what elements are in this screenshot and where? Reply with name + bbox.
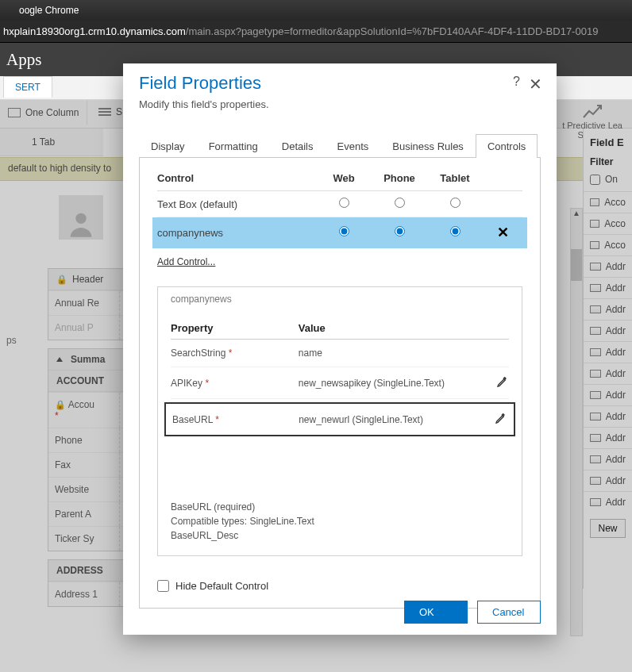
tab-details[interactable]: Details	[270, 134, 326, 158]
required-icon: *	[229, 348, 233, 359]
desc-line2: Compatible types: SingleLine.Text	[171, 514, 509, 528]
col-control: Control	[157, 172, 316, 184]
radio-textbox-phone[interactable]	[395, 198, 405, 208]
controls-table-header: Control Web Phone Tablet	[157, 172, 522, 191]
add-control-link[interactable]: Add Control...	[157, 256, 215, 267]
close-icon[interactable]: ✕	[529, 75, 542, 94]
hide-default-checkbox[interactable]	[157, 580, 169, 592]
property-row-apikey[interactable]: APIKey * new_newsapikey (SingleLine.Text…	[171, 367, 509, 399]
ok-button[interactable]: OK	[404, 601, 468, 624]
prop-name: APIKey	[171, 378, 202, 389]
control-row-companynews[interactable]: companynews ✕	[152, 217, 527, 248]
desc-line1: BaseURL (required)	[171, 500, 509, 514]
col-web: Web	[316, 172, 372, 184]
field-properties-dialog: ? ✕ Field Properties Modify this field's…	[123, 63, 557, 635]
control-row-textbox[interactable]: Text Box (default)	[157, 191, 522, 217]
edit-apikey-icon[interactable]	[477, 375, 509, 390]
prop-value: new_newurl (SingleLine.Text)	[299, 414, 476, 425]
prop-name: BaseURL	[172, 414, 213, 425]
desc-line3: BaseURL_Desc	[171, 528, 509, 543]
property-table-header: Property Value	[171, 317, 509, 340]
tab-events[interactable]: Events	[326, 134, 381, 158]
col-property: Property	[171, 322, 299, 334]
prop-value: name	[299, 348, 477, 359]
col-phone: Phone	[372, 172, 427, 184]
controls-panel: Control Web Phone Tablet Text Box (defau…	[139, 158, 541, 609]
remove-control-icon[interactable]: ✕	[483, 224, 522, 241]
dialog-title: Field Properties	[139, 73, 541, 94]
radio-companynews-phone[interactable]	[395, 226, 405, 236]
tab-business-rules[interactable]: Business Rules	[380, 134, 476, 158]
radio-companynews-tablet[interactable]	[450, 226, 461, 236]
hide-default-control-row[interactable]: Hide Default Control	[157, 580, 268, 592]
properties-box: companynews Property Value SearchString …	[157, 286, 522, 556]
radio-textbox-web[interactable]	[339, 198, 349, 208]
prop-value: new_newsapikey (SingleLine.Text)	[299, 378, 477, 389]
radio-companynews-web[interactable]	[339, 226, 349, 236]
browser-titlebar: oogle Chrome	[0, 0, 632, 21]
url-domain: hxplain18930org1.crm10.dynamics.com	[3, 25, 186, 37]
radio-textbox-tablet[interactable]	[450, 198, 461, 208]
tab-insert[interactable]: SERT	[3, 76, 52, 98]
dialog-subtitle: Modify this field's properties.	[139, 98, 541, 110]
tab-formatting[interactable]: Formatting	[197, 134, 270, 158]
hide-default-label: Hide Default Control	[175, 580, 268, 592]
tab-display[interactable]: Display	[139, 134, 197, 158]
cancel-button[interactable]: Cancel	[477, 601, 541, 624]
edit-baseurl-icon[interactable]	[476, 412, 507, 427]
url-bar[interactable]: hxplain18930org1.crm10.dynamics.com/main…	[0, 21, 632, 43]
property-description: BaseURL (required) Compatible types: Sin…	[171, 500, 509, 543]
dialog-tabs: Display Formatting Details Events Busine…	[139, 134, 541, 158]
control-name: companynews	[157, 227, 316, 239]
property-row-searchstring[interactable]: SearchString * name	[171, 340, 509, 367]
col-value: Value	[299, 322, 477, 334]
required-icon: *	[205, 378, 209, 389]
control-name: Text Box (default)	[157, 198, 316, 210]
col-tablet: Tablet	[427, 172, 483, 184]
prop-name: SearchString	[171, 348, 225, 359]
url-path: /main.aspx?pagetype=formeditor&appSoluti…	[186, 25, 599, 37]
help-icon[interactable]: ?	[513, 75, 520, 89]
property-row-baseurl[interactable]: BaseURL * new_newurl (SingleLine.Text)	[164, 402, 515, 436]
selected-control-name: companynews	[171, 294, 509, 305]
required-icon: *	[215, 414, 219, 425]
tab-controls[interactable]: Controls	[476, 134, 538, 158]
